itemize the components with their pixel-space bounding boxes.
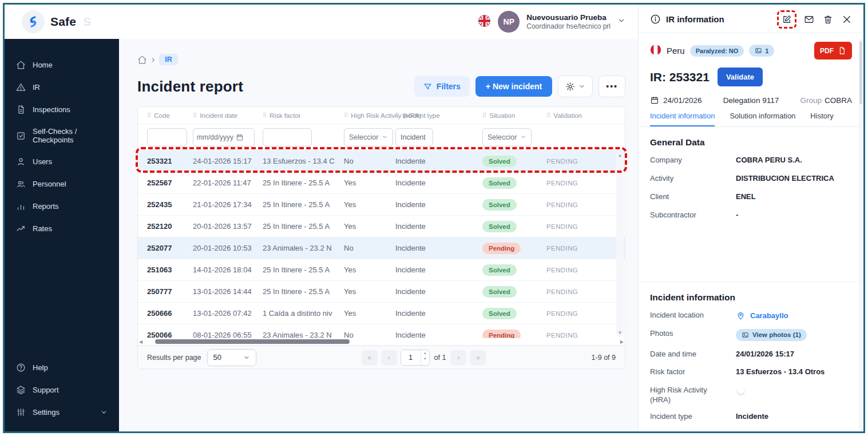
ir-date: 24/01/2026 (663, 96, 702, 105)
risk-factor-filter-input[interactable] (263, 128, 312, 146)
view-photos-button[interactable]: View photos (1) (736, 329, 807, 341)
drag-handle-icon[interactable]: ⠿ (482, 112, 486, 118)
drag-handle-icon[interactable]: ⠿ (147, 112, 151, 118)
breadcrumb-current[interactable]: IR (159, 54, 178, 65)
last-page-button[interactable]: » (470, 350, 486, 365)
column-header-situation[interactable]: ⠿Situation (482, 112, 546, 119)
code-filter-input[interactable] (147, 128, 187, 146)
table-row[interactable]: 25256722-01-2026 11:4725 In Itinere - 25… (138, 172, 625, 194)
close-button[interactable] (842, 14, 852, 25)
drag-handle-icon[interactable]: ⠿ (395, 112, 399, 118)
user-menu[interactable]: NP Nuevousuario Prueba Coordinador hse/t… (478, 11, 625, 33)
sidebar-item-rates[interactable]: Rates (5, 217, 119, 240)
sidebar-item-help[interactable]: Help (5, 356, 119, 379)
table-row[interactable]: 25332124-01-2026 15:1713 Esfuerzos - 13.… (138, 150, 625, 172)
drag-handle-icon[interactable]: ⠿ (344, 112, 348, 118)
more-options-button[interactable]: ••• (599, 76, 625, 97)
hra-filter-select[interactable]: Seleccior (344, 128, 393, 146)
situation-filter-select[interactable]: Seleccior (482, 128, 532, 146)
language-flag-icon[interactable] (478, 14, 491, 30)
drag-handle-icon[interactable]: ⠿ (193, 112, 197, 118)
filters-button[interactable]: Filters (414, 76, 470, 97)
sidebar-item-reports[interactable]: Reports (5, 195, 119, 217)
status-badge: Solved (482, 177, 517, 189)
scrollbar-thumb[interactable] (155, 339, 350, 344)
sidebar-item-ir[interactable]: IR (5, 76, 119, 98)
mail-button[interactable] (804, 14, 814, 25)
next-page-button[interactable]: › (450, 350, 466, 365)
scroll-down-icon[interactable]: ▼ (618, 330, 623, 335)
sidebar-item-personnel[interactable]: Personnel (5, 173, 119, 195)
column-header-incident-date[interactable]: ⠿Incident date (193, 112, 263, 119)
incident-type-filter-input[interactable] (395, 128, 433, 146)
status-badge: Solved (482, 199, 517, 211)
new-incident-button[interactable]: + New incident (475, 76, 552, 97)
status-badge: Solved (482, 156, 517, 167)
section-heading: General Data (650, 137, 852, 148)
field-label: Incident location (650, 311, 736, 320)
tab-solution-information[interactable]: Solution information (730, 112, 795, 126)
page-up-icon[interactable]: ▲ (421, 350, 429, 356)
edit-button[interactable] (782, 14, 792, 25)
vertical-scrollbar[interactable]: ▲ ▼ (616, 152, 624, 336)
table-row[interactable]: 25066613-01-2026 07:421 Caída a distinto… (138, 303, 625, 324)
column-header-incident-type[interactable]: ⠿Incident type (395, 112, 482, 119)
column-header-risk-factor[interactable]: ⠿Risk factor (263, 112, 344, 119)
home-icon (16, 60, 26, 70)
sidebar-item-settings[interactable]: Settings (5, 401, 119, 423)
scroll-right-icon[interactable]: ▶ (620, 339, 624, 344)
tab-history[interactable]: History (810, 112, 833, 126)
page-size-select[interactable]: 50 (207, 349, 256, 366)
field-label: Risk factor (650, 367, 736, 377)
field-value: ENEL (736, 192, 852, 201)
chevron-down-icon[interactable] (617, 17, 625, 27)
scroll-left-icon[interactable]: ◀ (139, 339, 142, 344)
trend-icon (16, 224, 26, 233)
field-value: Incidente (736, 412, 852, 421)
column-header-validation[interactable]: ⠿Validation (546, 112, 601, 119)
incident-information-section: Incident information Incident locationCa… (639, 282, 863, 431)
sidebar-item-inspections[interactable]: Inspections (5, 98, 119, 121)
horizontal-scrollbar[interactable]: ◀ ▶ (138, 338, 625, 346)
home-icon[interactable] (137, 55, 147, 65)
validate-button[interactable]: Validate (718, 68, 763, 86)
panel-scrollbar[interactable] (859, 39, 863, 430)
first-page-button[interactable]: « (362, 350, 378, 365)
pdf-file-icon (838, 46, 846, 55)
date-filter-input[interactable]: mm/dd/yyyy (193, 128, 255, 146)
incident-location-link[interactable]: Carabayllo (736, 311, 852, 320)
sidebar-item-support[interactable]: Support (5, 379, 119, 401)
image-icon (755, 47, 762, 54)
calendar-icon[interactable] (236, 133, 244, 141)
prev-page-button[interactable]: ‹ (381, 350, 397, 365)
chevron-down-icon (243, 354, 250, 361)
table-settings-button[interactable] (558, 76, 593, 97)
user-name: Nuevousuario Prueba (526, 13, 611, 23)
photos-count-badge[interactable]: 1 (749, 45, 774, 57)
table-row[interactable]: 25212020-01-2026 13:5725 In Itinere - 25… (138, 216, 625, 237)
table-row[interactable]: 25243521-01-2026 17:3425 In Itinere - 25… (138, 194, 625, 216)
sidebar-item-users[interactable]: Users (5, 150, 119, 173)
avatar[interactable]: NP (498, 11, 520, 33)
page-down-icon[interactable]: ▼ (421, 356, 429, 362)
paralyzed-badge: Paralyzed: NO (690, 45, 744, 57)
drag-handle-icon[interactable]: ⠿ (546, 112, 550, 118)
table-row[interactable]: 25106314-01-2026 18:0425 In Itinere - 25… (138, 259, 625, 281)
chevron-down-icon (520, 134, 526, 140)
page-number-input[interactable] (401, 350, 421, 365)
column-header-code[interactable]: ⠿Code (138, 112, 193, 119)
sidebar-item-home[interactable]: Home (5, 54, 119, 76)
column-header-hra[interactable]: ⠿High Risk Activity (HRA) (344, 112, 395, 119)
table-row[interactable]: 25207720-01-2026 10:5323 Animales - 23.2… (138, 237, 625, 259)
scroll-up-icon[interactable]: ▲ (618, 153, 623, 158)
table-row[interactable]: 25006608-01-2026 06:5523 Animales - 23.2… (138, 324, 625, 338)
sidebar-item-label: Self-Checks / Checkpoints (33, 127, 108, 144)
tab-incident-information[interactable]: Incident information (650, 112, 715, 126)
delete-button[interactable] (823, 14, 833, 25)
pdf-button[interactable]: PDF (814, 42, 852, 60)
group-value: COBRA (825, 96, 852, 105)
table-row[interactable]: 25077713-01-2026 14:4425 In Itinere - 25… (138, 281, 625, 303)
drag-handle-icon[interactable]: ⠿ (263, 112, 267, 118)
sidebar-item-self-checks[interactable]: Self-Checks / Checkpoints (5, 121, 119, 150)
sidebar-item-label: Reports (33, 202, 59, 211)
